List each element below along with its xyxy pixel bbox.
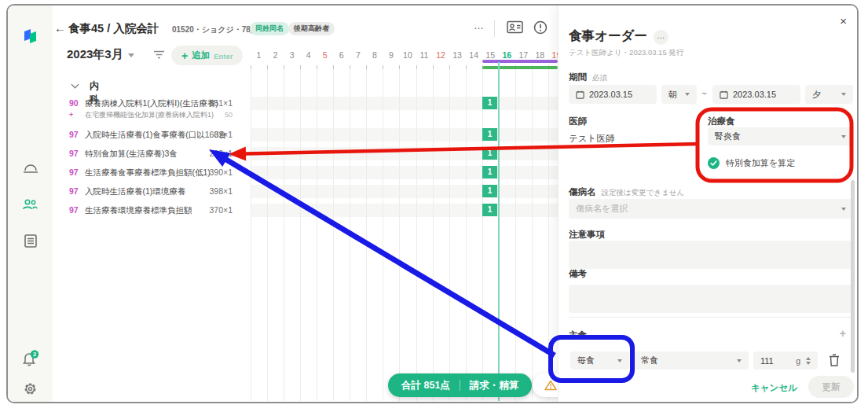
alert-info-button[interactable] (533, 20, 548, 38)
app-logo[interactable] (8, 28, 53, 45)
row-code: 97 (69, 147, 79, 160)
panel-more-button[interactable]: … (654, 30, 668, 45)
day-count-badge[interactable]: 1 (482, 204, 497, 216)
calendar-day-6[interactable]: 6 (333, 50, 350, 60)
id-card-icon (507, 20, 523, 34)
row-label: 入院時生活療養(1)環境療養 (85, 185, 185, 197)
chevron-down-icon (841, 208, 846, 211)
calendar-day-8[interactable]: 8 (366, 50, 383, 60)
chevron-down-icon (617, 359, 622, 362)
filter-button[interactable] (153, 49, 165, 63)
calendar-day-9[interactable]: 9 (383, 50, 399, 60)
staple-item-select[interactable]: 常食 (634, 351, 749, 370)
row-label: 療養病棟入院料1(入院料I)(生活療養) (85, 97, 218, 109)
staple-unit: g (796, 356, 800, 366)
end-slot-value: 夕 (812, 89, 821, 101)
row-value: 50 (225, 110, 233, 120)
month-selector[interactable]: 2023年3月 (67, 47, 134, 62)
chevron-down-icon (841, 93, 846, 96)
close-icon[interactable]: × (840, 15, 847, 27)
more-menu-button[interactable]: … (474, 20, 485, 31)
calendar-day-10[interactable]: 10 (399, 50, 416, 60)
diet-select[interactable]: 腎炎食 (708, 127, 853, 145)
calendar-day-5[interactable]: 5 (317, 50, 333, 60)
end-date-value: 2023.03.15 (733, 90, 776, 99)
row-code: 97 (69, 204, 79, 216)
stepper-arrows-icon[interactable] (806, 357, 811, 365)
main-header: ← 食事45 / 入院会計 01520・ショクジ・78歳・男性 同姓同名 後期高… (53, 20, 558, 40)
update-button[interactable]: 更新 (808, 376, 854, 398)
doctor-label: 医師 (569, 116, 587, 127)
delete-staple-button[interactable] (829, 354, 840, 370)
remarks-textarea[interactable] (569, 285, 853, 313)
header-divider (494, 20, 495, 37)
calendar-day-4[interactable]: 4 (300, 50, 317, 60)
same-name-badge: 同姓同名 (250, 22, 289, 35)
day-count-badge[interactable]: 1 (482, 147, 497, 160)
start-slot-select[interactable]: 朝 (661, 85, 697, 104)
sidebar-item-notifications[interactable]: 2 (8, 350, 53, 367)
end-slot-select[interactable]: 夕 (805, 85, 853, 104)
start-date-input[interactable]: 2023.03.15 (569, 85, 657, 104)
start-slot-value: 朝 (668, 89, 677, 101)
cancel-button[interactable]: キャンセル (751, 382, 797, 394)
day-count-badge[interactable]: 1 (482, 185, 497, 197)
row-value: 851×1 (210, 97, 233, 109)
calendar-day-3[interactable]: 3 (284, 50, 300, 60)
sidebar-item-settings[interactable] (8, 381, 53, 396)
panel-title: 食事オーダー (569, 28, 647, 45)
filter-icon (153, 50, 165, 60)
calendar-day-15[interactable]: 15 (482, 50, 499, 60)
calendar-day-16[interactable]: 16 (499, 50, 515, 60)
warning-pill[interactable]: 1 (533, 373, 558, 397)
sidebar-item-patients[interactable] (8, 198, 53, 211)
day-count-badge[interactable]: 1 (482, 166, 497, 178)
diet-label: 治療食 (708, 116, 735, 127)
calendar-day-14[interactable]: 14 (466, 50, 482, 60)
staple-label: 主食 (569, 329, 587, 341)
back-arrow-icon[interactable]: ← (54, 21, 66, 35)
table-row[interactable]: +在宅復帰機能強化加算(療養病棟入院料1)50 (53, 110, 558, 120)
patient-card-button[interactable] (507, 20, 523, 37)
panel-scrollbar[interactable] (851, 180, 855, 373)
remarks-label: 備考 (569, 268, 587, 280)
total-points: 合計 851点 (401, 379, 450, 392)
disease-label: 傷病名設定後は変更できません (569, 186, 684, 198)
sidebar-item-records[interactable] (8, 234, 53, 248)
required-note: 必須 (592, 73, 607, 82)
period-label: 期間必須 (569, 72, 607, 83)
calendar-day-18[interactable]: 18 (532, 50, 548, 60)
add-enter-hint: Enter (214, 52, 233, 61)
patients-icon (22, 198, 38, 211)
calendar-day-12[interactable]: 12 (433, 50, 449, 60)
day-count-badge[interactable]: 1 (482, 97, 497, 109)
billing-action-pill[interactable]: 合計 851点 請求・精算 (388, 373, 532, 397)
calendar-day-17[interactable]: 17 (515, 50, 532, 60)
calendar-day-7[interactable]: 7 (350, 50, 366, 60)
calendar-day-1[interactable]: 1 (251, 50, 267, 60)
end-date-input[interactable]: 2023.03.15 (712, 85, 800, 104)
sidebar-item-reception[interactable] (8, 162, 53, 174)
day-count-badge[interactable]: 1 (482, 128, 497, 141)
calendar-day-19[interactable]: 19 (548, 50, 558, 60)
disease-select[interactable]: 傷病名を選択 (569, 199, 853, 219)
calendar-day-2[interactable]: 2 (267, 50, 284, 60)
staple-amount-stepper[interactable]: 111 g (753, 351, 818, 370)
row-code: 97 (69, 166, 79, 178)
calendar-icon (720, 90, 728, 99)
staple-frequency-select[interactable]: 毎食 (570, 351, 629, 370)
special-diet-checkbox[interactable]: 特別食加算を算定 (708, 157, 795, 169)
add-button[interactable]: + 追加 Enter (171, 46, 243, 65)
row-code: 97 (69, 128, 79, 141)
main-area: ← 食事45 / 入院会計 01520・ショクジ・78歳・男性 同姓同名 後期高… (53, 6, 558, 402)
caution-textarea[interactable] (569, 241, 853, 269)
start-date-value: 2023.03.15 (589, 90, 632, 99)
panel-divider (569, 317, 853, 318)
check-circle-icon (708, 157, 720, 169)
claim-settle-button[interactable]: 請求・精算 (470, 379, 519, 392)
calendar-day-11[interactable]: 11 (416, 50, 433, 60)
calendar-day-13[interactable]: 13 (449, 50, 466, 60)
row-label: 生活療養食事療養標準負担額(低1) (85, 166, 211, 178)
add-staple-icon[interactable]: + (840, 328, 846, 339)
warning-triangle-icon (544, 380, 557, 391)
